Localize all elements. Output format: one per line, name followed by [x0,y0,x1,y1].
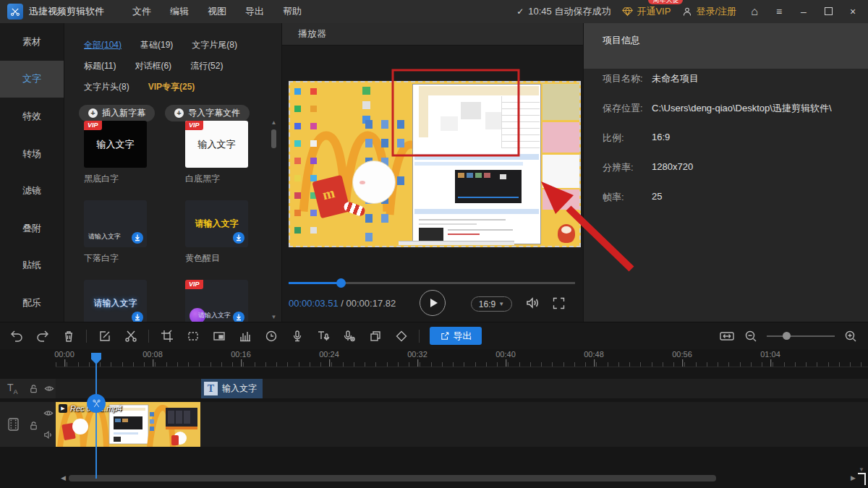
project-name-row: 项目名称: 未命名项目 [603,72,862,102]
edit-icon[interactable] [94,326,115,346]
timeline-zoom-slider[interactable] [767,335,835,337]
zoom-out-icon[interactable] [744,329,758,343]
horizontal-scrollbar[interactable] [69,475,716,481]
download-icon[interactable] [132,312,143,322]
fit-timeline-icon[interactable] [719,329,735,343]
minimize-button[interactable]: – [797,6,810,17]
playback-progress-bar[interactable] [289,282,575,284]
template-card-purple[interactable]: VIP 请输入文字 [185,280,248,322]
text-clip[interactable]: T 输入文字 [201,379,263,398]
tab-all[interactable]: 全部(104) [84,39,122,51]
insert-subtitle-button[interactable]: + 插入新字幕 [79,105,155,121]
text-track-lane[interactable] [56,379,868,398]
fullscreen-icon[interactable] [551,296,566,311]
scroll-up-icon[interactable]: ▲ [271,119,277,126]
menu-edit[interactable]: 编辑 [170,5,189,18]
scrollbar-thumb[interactable] [271,129,276,148]
template-card-white[interactable]: VIP 输入文字 白底黑字 [185,121,248,184]
template-card-black[interactable]: VIP 输入文字 黑底白字 [84,121,147,184]
scroll-down-icon[interactable]: ▼ [859,466,864,473]
menu-file[interactable]: 文件 [132,5,151,18]
lock-icon[interactable] [29,384,38,393]
tab-vip[interactable]: VIP专享(25) [148,81,195,93]
scroll-right-icon[interactable]: ▶ [851,474,856,481]
voice-change-icon[interactable] [339,326,359,346]
aspect-ratio-dropdown[interactable]: 16:9 ▼ [471,296,512,312]
menu-help[interactable]: 帮助 [283,5,302,18]
undo-icon[interactable] [6,326,27,346]
pip-icon[interactable] [208,326,229,346]
resize-grip[interactable] [858,473,866,485]
menu-view[interactable]: 视图 [208,5,226,18]
copy-icon[interactable] [365,326,386,346]
audio-wave-icon[interactable] [234,326,255,346]
split-clip-button[interactable] [87,394,106,413]
sidebar-item-music[interactable]: 配乐 [0,284,64,322]
export-icon [440,331,450,341]
home-icon[interactable]: ⌂ [748,5,761,18]
right-window-strip [542,84,581,120]
video-clip[interactable]: ▶ Rec 0001.mp4 [56,402,200,447]
tab-basic[interactable]: 基础(19) [140,39,173,51]
text-to-speech-icon[interactable] [312,326,333,346]
close-button[interactable]: × [846,6,859,17]
canvas-size-icon[interactable] [182,326,203,346]
duration-icon[interactable] [260,326,281,346]
visibility-icon[interactable] [43,408,54,418]
template-card-glow[interactable]: 请输入文字 [84,280,147,322]
video-track-header [0,402,56,447]
tab-outro[interactable]: 文字片尾(8) [192,39,237,51]
record-audio-icon[interactable] [286,326,307,346]
sidebar-item-text[interactable]: 文字 [0,61,64,98]
template-card-drop-white[interactable]: 请输入文字 下落白字 [84,200,147,263]
zoom-in-icon[interactable] [843,329,858,343]
import-subtitle-button[interactable]: + 导入字幕文件 [165,105,250,121]
visibility-icon[interactable] [44,384,54,393]
mute-icon[interactable] [43,430,54,440]
ruler-label: 00:16 [231,350,251,359]
progress-handle[interactable] [336,278,346,288]
redo-icon[interactable] [32,326,53,346]
tab-dialog[interactable]: 对话框(6) [135,60,171,72]
panel-scrollbar[interactable]: ▲ ▼ [271,119,277,320]
download-icon[interactable] [233,312,244,322]
template-card-yellow[interactable]: 请输入文字 黄色醒目 [185,200,248,263]
crop-icon[interactable] [156,326,177,346]
maximize-button[interactable] [822,6,835,17]
hamburger-menu-icon[interactable]: ≡ [773,6,786,17]
volume-icon[interactable] [524,294,541,312]
sidebar-item-transitions[interactable]: 转场 [0,135,64,173]
tab-trending[interactable]: 流行(52) [190,60,223,72]
tab-intro[interactable]: 文字片头(8) [84,81,129,93]
sidebar-item-overlays[interactable]: 叠附 [0,210,64,247]
menu-export[interactable]: 导出 [245,5,264,18]
export-button[interactable]: 导出 [430,327,482,345]
sidebar-item-effects[interactable]: 特效 [0,98,64,135]
delete-icon[interactable] [58,326,79,346]
tab-title[interactable]: 标题(11) [84,60,116,72]
sidebar-item-stickers[interactable]: 贴纸 [0,247,64,285]
ruler-label: 00:00 [54,350,75,359]
download-icon[interactable] [132,232,143,244]
keyframe-icon[interactable] [391,326,412,346]
sidebar-item-media[interactable]: 素材 [0,23,64,61]
vip-upgrade-button[interactable]: 开通VIP 周年大促 [622,5,671,18]
chevron-down-icon: ▼ [498,301,504,307]
app-title: 迅捷视频剪辑软件 [29,5,104,18]
play-button[interactable] [420,290,446,316]
video-preview[interactable]: m [289,81,581,247]
timeline-ruler[interactable]: 00:00 00:08 00:16 00:24 00:32 00:40 00:4… [56,349,868,367]
zoom-slider-handle[interactable] [783,332,791,340]
cut-icon[interactable] [120,326,141,346]
video-track-type-icon [7,417,20,432]
project-info-title: 项目信息 [603,35,640,46]
lock-icon[interactable] [29,421,38,430]
sidebar-item-filters[interactable]: 滤镜 [0,172,64,210]
autosave-status: ✓ 10:45 自动保存成功 [516,5,610,18]
scroll-down-icon[interactable]: ▼ [271,314,277,320]
aspect-ratio-value: 16:9 [652,132,670,142]
playhead-line[interactable] [95,354,97,479]
download-icon[interactable] [233,232,244,244]
scroll-left-icon[interactable]: ◀ [61,474,66,481]
login-button[interactable]: 登录/注册 [682,5,736,18]
